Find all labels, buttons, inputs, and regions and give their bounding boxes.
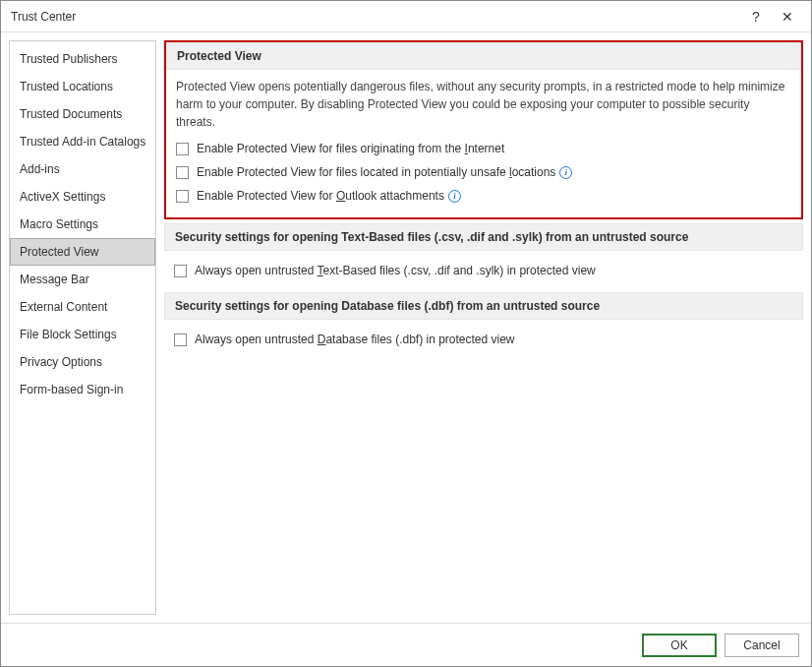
sidebar-item-label: External Content — [20, 300, 107, 314]
ok-button[interactable]: OK — [642, 634, 717, 657]
sidebar: Trusted Publishers Trusted Locations Tru… — [9, 40, 156, 615]
sidebar-item-label: Trusted Publishers — [20, 52, 118, 66]
sidebar-item-trusted-addin-catalogs[interactable]: Trusted Add-in Catalogs — [10, 128, 155, 155]
protected-view-description: Protected View opens potentially dangero… — [176, 78, 791, 131]
sidebar-item-label: Macro Settings — [20, 217, 98, 231]
button-label: OK — [670, 638, 687, 652]
checkbox-row-database[interactable]: Always open untrusted Database files (.d… — [174, 328, 793, 351]
checkbox-icon[interactable] — [174, 265, 187, 277]
section-body-database: Always open untrusted Database files (.d… — [164, 320, 803, 361]
section-header-database: Security settings for opening Database f… — [164, 292, 803, 320]
sidebar-item-label: Privacy Options — [20, 355, 102, 369]
help-button[interactable]: ? — [740, 1, 772, 32]
cancel-button[interactable]: Cancel — [725, 634, 799, 657]
checkbox-icon[interactable] — [174, 334, 187, 346]
section-header-text-based: Security settings for opening Text-Based… — [164, 223, 803, 251]
checkbox-row-pv-outlook[interactable]: Enable Protected View for Outlook attach… — [176, 184, 791, 208]
dialog-body: Trusted Publishers Trusted Locations Tru… — [1, 32, 811, 623]
window-title: Trust Center — [11, 10, 740, 24]
sidebar-item-label: ActiveX Settings — [20, 190, 105, 204]
checkbox-row-pv-internet[interactable]: Enable Protected View for files originat… — [176, 137, 791, 160]
sidebar-item-label: File Block Settings — [20, 328, 117, 341]
info-icon[interactable]: i — [559, 166, 572, 179]
checkbox-icon[interactable] — [176, 143, 189, 155]
info-icon[interactable]: i — [448, 190, 461, 203]
sidebar-item-trusted-documents[interactable]: Trusted Documents — [10, 100, 155, 128]
sidebar-item-trusted-locations[interactable]: Trusted Locations — [10, 73, 155, 100]
sidebar-item-label: Trusted Add-in Catalogs — [20, 135, 145, 149]
section-header-protected-view: Protected View — [166, 42, 801, 70]
checkbox-label: Always open untrusted Database files (.d… — [195, 331, 515, 348]
checkbox-label: Enable Protected View for Outlook attach… — [197, 187, 461, 205]
sidebar-item-label: Protected View — [20, 245, 99, 259]
sidebar-item-label: Trusted Documents — [20, 107, 122, 121]
checkbox-label: Enable Protected View for files located … — [197, 163, 572, 181]
checkbox-icon[interactable] — [176, 190, 189, 203]
close-button[interactable]: ✕ — [772, 1, 803, 32]
checkbox-row-text-based[interactable]: Always open untrusted Text-Based files (… — [174, 259, 793, 282]
highlight-annotation: Protected View Protected View opens pote… — [164, 40, 803, 219]
checkbox-label: Always open untrusted Text-Based files (… — [195, 262, 596, 279]
sidebar-item-message-bar[interactable]: Message Bar — [10, 266, 155, 293]
sidebar-item-trusted-publishers[interactable]: Trusted Publishers — [10, 45, 155, 73]
sidebar-item-label: Message Bar — [20, 273, 89, 286]
sidebar-item-external-content[interactable]: External Content — [10, 293, 155, 321]
sidebar-item-privacy-options[interactable]: Privacy Options — [10, 348, 155, 376]
checkbox-label: Enable Protected View for files originat… — [197, 140, 504, 157]
content-pane: Protected View Protected View opens pote… — [164, 40, 803, 615]
button-label: Cancel — [743, 638, 780, 652]
sidebar-item-addins[interactable]: Add-ins — [10, 155, 155, 183]
checkbox-row-pv-unsafe-locations[interactable]: Enable Protected View for files located … — [176, 160, 791, 184]
sidebar-item-activex-settings[interactable]: ActiveX Settings — [10, 183, 155, 211]
sidebar-item-file-block-settings[interactable]: File Block Settings — [10, 321, 155, 348]
sidebar-item-form-based-signin[interactable]: Form-based Sign-in — [10, 376, 155, 403]
checkbox-icon[interactable] — [176, 166, 189, 179]
trust-center-window: Trust Center ? ✕ Trusted Publishers Trus… — [0, 0, 812, 667]
titlebar: Trust Center ? ✕ — [1, 1, 811, 32]
sidebar-item-label: Add-ins — [20, 162, 60, 176]
dialog-footer: OK Cancel — [1, 623, 811, 666]
close-icon: ✕ — [782, 9, 793, 25]
sidebar-item-protected-view[interactable]: Protected View — [10, 238, 155, 266]
sidebar-item-label: Form-based Sign-in — [20, 383, 123, 396]
help-icon: ? — [752, 9, 760, 25]
sidebar-item-label: Trusted Locations — [20, 80, 113, 93]
section-body-protected-view: Protected View opens potentially dangero… — [166, 70, 801, 217]
sidebar-item-macro-settings[interactable]: Macro Settings — [10, 211, 155, 238]
section-body-text-based: Always open untrusted Text-Based files (… — [164, 251, 803, 292]
